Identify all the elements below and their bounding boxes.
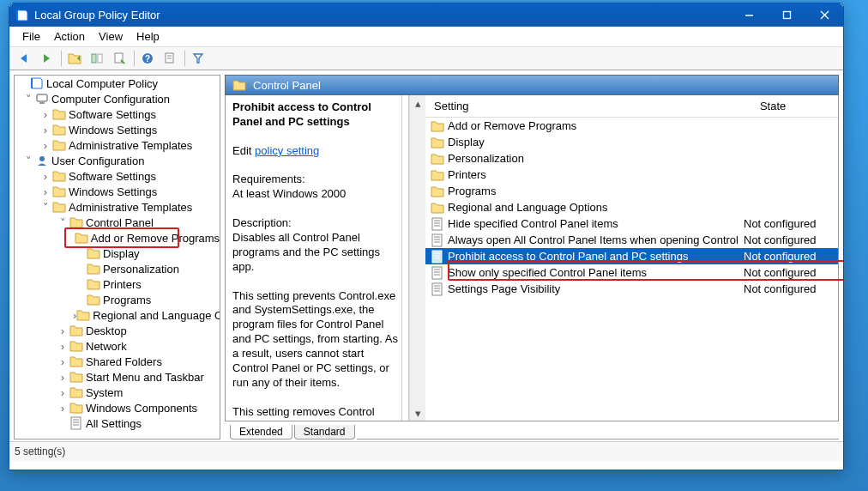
policy-row[interactable]: Show only specified Control Panel itemsN… xyxy=(425,264,838,281)
filter-button[interactable] xyxy=(188,48,208,69)
tab-extended[interactable]: Extended xyxy=(230,425,292,439)
tree-item[interactable]: Software Settings xyxy=(69,108,156,121)
tree-item[interactable]: Start Menu and Taskbar xyxy=(86,371,204,384)
chevron-right-icon[interactable]: › xyxy=(39,169,52,183)
tree-item[interactable]: Windows Settings xyxy=(69,124,157,136)
chevron-right-icon[interactable]: › xyxy=(56,324,69,337)
tree-item[interactable]: Shared Folders xyxy=(86,355,162,368)
chevron-right-icon[interactable]: › xyxy=(56,370,69,384)
chevron-right-icon[interactable]: › xyxy=(56,355,69,368)
folder-icon xyxy=(87,246,100,260)
back-button[interactable] xyxy=(14,48,34,69)
close-button[interactable] xyxy=(805,3,843,27)
tree-user-config[interactable]: User Configuration xyxy=(51,155,144,167)
chevron-down-icon[interactable]: ˅ xyxy=(39,200,52,214)
tree-root[interactable]: Local Computer Policy xyxy=(46,77,158,90)
folder-icon xyxy=(431,119,444,133)
policy-icon xyxy=(431,282,444,296)
maximize-button[interactable] xyxy=(768,3,805,27)
gpedit-window: Local Group Policy Editor File Action Vi… xyxy=(9,3,844,470)
tree-item[interactable]: Windows Components xyxy=(86,402,197,415)
desc-scrollbar[interactable]: ▴ ▾ xyxy=(409,95,425,421)
tree-item[interactable]: Printers xyxy=(103,278,142,291)
tree-control-panel[interactable]: Control Panel xyxy=(86,216,154,229)
scroll-down-icon[interactable]: ▾ xyxy=(410,405,425,421)
chevron-right-icon[interactable]: › xyxy=(56,385,69,399)
pane-divider[interactable] xyxy=(401,95,409,421)
tree-item[interactable]: Regional and Language Options xyxy=(93,309,220,322)
menu-file[interactable]: File xyxy=(15,28,47,45)
tree-item[interactable]: Display xyxy=(103,247,140,260)
menu-action[interactable]: Action xyxy=(47,28,92,45)
status-text: 5 setting(s) xyxy=(15,446,65,458)
tree-item[interactable]: Software Settings xyxy=(69,170,156,183)
folder-icon xyxy=(76,308,90,322)
chevron-right-icon[interactable]: › xyxy=(39,123,52,136)
console-tree[interactable]: Local Computer Policy ˅Computer Configur… xyxy=(14,75,220,439)
folder-icon xyxy=(431,152,444,166)
list-folder[interactable]: Regional and Language Options xyxy=(425,199,838,215)
folder-icon xyxy=(69,370,83,384)
tree-item[interactable]: Network xyxy=(86,340,127,353)
content-header: Control Panel xyxy=(225,75,839,95)
desc-title: Prohibit access to Control Panel and PC … xyxy=(232,100,398,130)
policy-row[interactable]: Settings Page VisibilityNot configured xyxy=(425,281,838,297)
list-folder[interactable]: Programs xyxy=(425,183,838,199)
folder-icon xyxy=(75,231,88,245)
col-state[interactable]: State xyxy=(734,100,811,112)
tree-item[interactable]: Administrative Templates xyxy=(69,139,192,152)
chevron-right-icon[interactable]: › xyxy=(39,138,52,152)
policy-row[interactable]: Prohibit access to Control Panel and PC … xyxy=(425,248,838,264)
menu-view[interactable]: View xyxy=(92,28,130,45)
chevron-right-icon[interactable]: › xyxy=(39,107,52,121)
folder-icon xyxy=(431,136,444,149)
column-headers[interactable]: Setting State xyxy=(425,95,838,118)
list-folder[interactable]: Printers xyxy=(425,167,838,183)
svg-rect-12 xyxy=(783,12,790,19)
policy-row[interactable]: Hide specified Control Panel itemsNot co… xyxy=(425,215,838,232)
tree-item[interactable]: Programs xyxy=(103,294,151,306)
list-folder[interactable]: Add or Remove Programs xyxy=(425,118,838,134)
chevron-down-icon[interactable]: ˅ xyxy=(21,154,35,167)
desc-p1: Disables all Control Panel programs and … xyxy=(232,231,398,275)
tree-item[interactable]: System xyxy=(86,386,123,399)
list-folder[interactable]: Display xyxy=(425,134,838,150)
tree-item[interactable]: Windows Settings xyxy=(69,185,157,198)
folder-icon xyxy=(87,262,100,276)
chevron-right-icon[interactable] xyxy=(73,277,87,291)
up-button[interactable] xyxy=(64,48,85,69)
chevron-right-icon[interactable] xyxy=(73,246,87,260)
forward-button[interactable] xyxy=(36,48,57,69)
desc-label: Description: xyxy=(232,216,398,231)
chevron-right-icon[interactable]: › xyxy=(56,401,69,415)
export-list-button[interactable] xyxy=(109,48,130,69)
tree-admin-templates[interactable]: Administrative Templates xyxy=(69,201,192,214)
menu-help[interactable]: Help xyxy=(130,28,166,45)
minimize-button[interactable] xyxy=(730,3,768,27)
chevron-right-icon[interactable] xyxy=(73,262,87,276)
tab-standard[interactable]: Standard xyxy=(294,425,355,439)
help-button[interactable]: ? xyxy=(137,48,158,69)
tree-computer-config[interactable]: Computer Configuration xyxy=(51,93,170,106)
tree-item[interactable]: Personalization xyxy=(103,263,179,276)
chevron-right-icon[interactable] xyxy=(73,293,87,306)
policy-row[interactable]: Always open All Control Panel Items when… xyxy=(425,232,838,248)
col-setting[interactable]: Setting xyxy=(425,100,734,112)
chevron-down-icon[interactable]: ˅ xyxy=(56,215,69,229)
chevron-right-icon[interactable] xyxy=(56,416,69,430)
show-hide-tree-button[interactable] xyxy=(87,48,107,69)
chevron-down-icon[interactable]: ˅ xyxy=(21,92,35,106)
chevron-right-icon[interactable]: › xyxy=(39,185,52,198)
chevron-right-icon[interactable]: › xyxy=(56,339,69,353)
tree-item[interactable]: Add or Remove Programs xyxy=(91,232,220,245)
tree-item[interactable]: Desktop xyxy=(86,324,127,337)
policy-icon xyxy=(431,217,444,231)
folder-icon xyxy=(69,401,83,415)
desc-edit-label: Edit xyxy=(232,144,255,157)
list-folder[interactable]: Personalization xyxy=(425,150,838,167)
properties-button[interactable] xyxy=(160,48,180,69)
pc-icon xyxy=(35,92,49,106)
edit-policy-link[interactable]: policy setting xyxy=(255,144,319,157)
scroll-up-icon[interactable]: ▴ xyxy=(410,95,425,111)
tree-item[interactable]: All Settings xyxy=(86,417,142,430)
